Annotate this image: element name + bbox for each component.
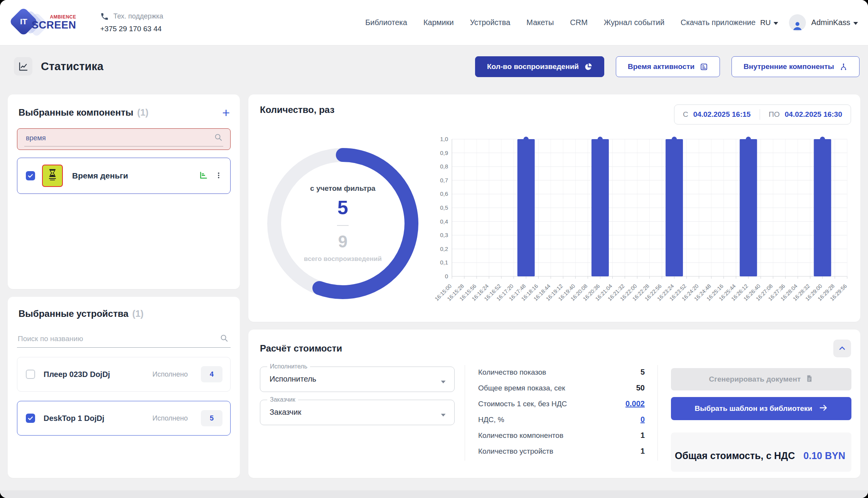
customer-select-value: Заказчик: [260, 400, 454, 424]
cost-stat-value[interactable]: 0: [640, 415, 645, 424]
user-menu[interactable]: AdminKass: [811, 18, 858, 27]
donut-total-value: 9: [338, 232, 347, 251]
donut-filtered-label: с учетом фильтра: [310, 184, 375, 193]
nav-item-5[interactable]: CRM: [570, 18, 588, 27]
person-icon: [792, 20, 803, 31]
components-panel: Выбранные компоненты (1) + Время деньги: [8, 94, 240, 289]
phone-icon: [100, 12, 112, 22]
input-underline: [24, 146, 223, 146]
device-checkbox[interactable]: [26, 370, 35, 379]
cost-stat-label: Стоимость 1 сек, без НДС: [478, 400, 567, 408]
cost-stat-value: 5: [640, 368, 645, 377]
main-nav: БиблиотекаКармикиУстройстваМакетыCRMЖурн…: [365, 18, 755, 27]
view-buttons: Кол-во воспроизведенийВремя активностиВн…: [475, 56, 860, 77]
device-item[interactable]: Плеер 023D DojDjИсполнено4: [17, 357, 231, 392]
view-button-3[interactable]: Внутренние компоненты: [731, 56, 860, 77]
logo-text: AMBIENCE SCREEN: [32, 14, 76, 30]
date-range-picker[interactable]: С 04.02.2025 16:15 ПО 04.02.2025 16:30: [674, 104, 851, 124]
devices-count: (1): [132, 308, 143, 319]
svg-text:0,2: 0,2: [440, 246, 448, 252]
component-name: Время деньги: [72, 171, 192, 180]
components-title: Выбранные компоненты: [19, 107, 133, 118]
total-cost-label: Общая стоимость, с НДС: [675, 450, 795, 461]
generate-document-button[interactable]: Сгенерировать документ: [671, 368, 851, 390]
avatar[interactable]: [789, 14, 806, 31]
quantity-panel-head: Количество, раз С 04.02.2025 16:15 ПО 04…: [248, 94, 860, 124]
device-name: DeskTop 1 DojDj: [44, 414, 145, 423]
svg-text:0: 0: [445, 273, 448, 279]
cost-stat-value: 1: [640, 431, 645, 440]
statistics-icon: [14, 57, 32, 76]
nav-item-3[interactable]: Устройства: [470, 18, 511, 27]
devices-list: Плеер 023D DojDjИсполнено4DeskTop 1 DojD…: [8, 357, 240, 436]
tech-support-block: Тех. поддержка +375 29 170 63 44: [100, 12, 163, 33]
components-search-input[interactable]: [26, 134, 214, 142]
view-button-2[interactable]: Время активности: [616, 56, 720, 77]
cost-stats: Количество показов5Общее время показа, с…: [478, 364, 645, 459]
devices-search-input[interactable]: [18, 335, 220, 343]
performer-select[interactable]: Исполнитель Исполнитель: [260, 367, 455, 392]
cost-stat-label: НДС, %: [478, 416, 504, 424]
activity-chart-icon: [700, 63, 708, 71]
cost-actions: Сгенерировать документ Выбрать шаблон из…: [671, 368, 851, 472]
kebab-icon: [215, 172, 222, 180]
nav-item-1[interactable]: Библиотека: [365, 18, 407, 27]
component-menu-button[interactable]: [215, 172, 222, 180]
page-head: Статистика: [14, 57, 103, 76]
quantity-panel: Количество, раз С 04.02.2025 16:15 ПО 04…: [248, 94, 860, 322]
cost-stat-row: НДС, %0: [478, 412, 645, 427]
components-list: Время деньги: [8, 158, 240, 194]
devices-search-field[interactable]: [17, 330, 231, 348]
language-label: RU: [760, 19, 770, 27]
choose-template-label: Выбрать шаблон из библиотеки: [695, 404, 812, 413]
nav-item-7[interactable]: Скачать приложение: [681, 18, 755, 27]
view-button-label: Кол-во воспроизведений: [487, 62, 579, 71]
svg-text:1,0: 1,0: [440, 136, 448, 142]
caret-down-icon: [441, 378, 446, 385]
cost-stat-value: 50: [636, 384, 645, 392]
svg-text:0,8: 0,8: [440, 163, 448, 170]
component-checkbox[interactable]: [26, 171, 35, 180]
cost-stat-row: Количество показов5: [478, 364, 645, 380]
device-name: Плеер 023D DojDj: [44, 370, 145, 379]
svg-text:0,4: 0,4: [440, 218, 448, 225]
add-component-button[interactable]: +: [222, 106, 230, 119]
customer-select-label: Заказчик: [267, 396, 298, 403]
document-icon: [806, 375, 813, 384]
customer-select[interactable]: Заказчик Заказчик: [260, 400, 455, 425]
hourglass-icon: [47, 168, 58, 183]
nav-item-4[interactable]: Макеты: [526, 18, 554, 27]
date-from-value[interactable]: 04.02.2025 16:15: [693, 110, 751, 119]
language-switcher[interactable]: RU: [760, 19, 778, 27]
app-logo[interactable]: IT AMBIENCE SCREEN: [12, 9, 78, 37]
donut-filtered-value: 5: [337, 197, 348, 219]
devices-panel-head: Выбранные устройства (1): [8, 297, 240, 319]
donut-chart: с учетом фильтра 5 9 всего воспроизведен…: [259, 140, 426, 307]
cost-stat-label: Количество показов: [478, 368, 546, 377]
nav-item-2[interactable]: Кармики: [423, 18, 454, 27]
cost-stat-value[interactable]: 0.002: [625, 399, 645, 408]
choose-template-button[interactable]: Выбрать шаблон из библиотеки: [671, 397, 851, 420]
cost-stat-row: Количество компонентов1: [478, 427, 645, 443]
executed-label: Исполнено: [152, 370, 188, 379]
divider: [760, 109, 760, 120]
green-chart-icon: [199, 171, 208, 181]
component-stats-button[interactable]: [199, 171, 208, 181]
device-item[interactable]: DeskTop 1 DojDjИсполнено5: [17, 401, 231, 436]
quantity-title: Количество, раз: [260, 104, 334, 115]
cost-stat-label: Количество устройств: [478, 447, 553, 456]
components-search-field[interactable]: [17, 128, 231, 150]
cost-panel-head: Расчёт стоимости: [248, 330, 860, 357]
component-item[interactable]: Время деньги: [17, 158, 231, 194]
cost-stat-value: 1: [640, 447, 645, 456]
cost-stat-row: Стоимость 1 сек, без НДС0.002: [478, 396, 645, 412]
collapse-button[interactable]: [833, 340, 851, 357]
cost-stat-row: Количество устройств1: [478, 443, 645, 459]
view-button-1[interactable]: Кол-во воспроизведений: [475, 56, 604, 77]
svg-text:0,9: 0,9: [440, 150, 448, 156]
device-checkbox[interactable]: [26, 414, 35, 423]
page-content: Статистика Кол-во воспроизведенийВремя а…: [0, 45, 868, 498]
svg-text:0,7: 0,7: [440, 177, 448, 183]
nav-item-6[interactable]: Журнал событий: [604, 18, 664, 27]
date-to-value[interactable]: 04.02.2025 16:30: [785, 110, 842, 119]
